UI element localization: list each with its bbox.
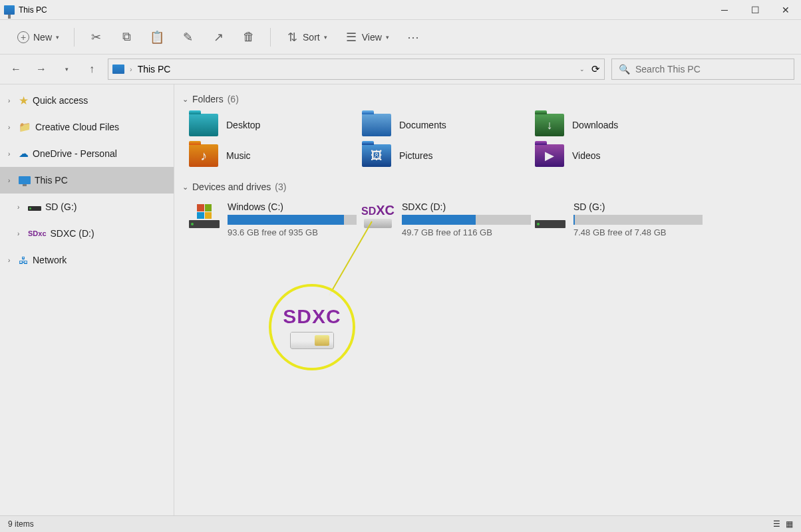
group-title: Folders — [192, 94, 224, 104]
folder-icon: 📁 — [19, 121, 31, 133]
cloud-icon: ☁ — [19, 148, 29, 160]
sort-button[interactable]: ⇅ Sort ▾ — [279, 27, 334, 48]
folder-pictures[interactable]: 🖼 Pictures — [358, 142, 531, 170]
sdxc-icon: SDxc — [28, 229, 47, 237]
chevron-down-icon[interactable]: ⌄ — [579, 66, 585, 72]
sidebar-item-sd-g[interactable]: › SD (G:) — [0, 194, 174, 220]
hdd-drive-icon — [535, 201, 565, 228]
new-button[interactable]: + New ▾ — [11, 27, 66, 47]
chevron-down-icon: ▾ — [56, 34, 59, 41]
search-input[interactable] — [635, 64, 787, 74]
scissors-icon: ✂ — [89, 31, 102, 44]
refresh-button[interactable]: ⟳ — [591, 63, 600, 75]
sort-label: Sort — [303, 32, 320, 43]
navigation-tree: › ★ Quick access › 📁 Creative Cloud File… — [0, 84, 174, 515]
sidebar-item-sdxc-d[interactable]: › SDxc SDXC (D:) — [0, 220, 174, 247]
folder-documents[interactable]: Documents — [358, 111, 531, 139]
toolbar: + New ▾ ✂ ⧉ 📋 ✎ ↗ 🗑 ⇅ Sort ▾ ☰ View ▾ ⋯ — [0, 20, 801, 55]
view-icon: ☰ — [345, 31, 358, 44]
sidebar-item-label: OneDrive - Personal — [33, 148, 117, 159]
chevron-right-icon[interactable]: › — [8, 124, 15, 131]
sidebar-item-onedrive[interactable]: › ☁ OneDrive - Personal — [0, 140, 174, 167]
chevron-down-icon: ▾ — [65, 66, 69, 72]
paste-button[interactable]: 📋 — [144, 27, 170, 48]
sidebar-item-network[interactable]: › 🖧 Network — [0, 247, 174, 273]
drive-name: SD (G:) — [573, 201, 703, 212]
card-reader-icon — [290, 332, 334, 349]
chevron-down-icon: ▾ — [386, 34, 389, 41]
music-folder-icon: ♪ — [189, 144, 218, 167]
search-box[interactable]: 🔍 — [611, 59, 794, 80]
delete-button[interactable]: 🗑 — [236, 27, 262, 48]
monitor-icon — [19, 176, 31, 184]
share-button[interactable]: ↗ — [205, 27, 232, 48]
folder-label: Videos — [572, 150, 601, 161]
folder-downloads[interactable]: ↓ Downloads — [531, 111, 704, 139]
chevron-right-icon[interactable]: › — [17, 203, 24, 211]
sidebar-item-creative-cloud[interactable]: › 📁 Creative Cloud Files — [0, 114, 174, 140]
chevron-right-icon[interactable]: › — [8, 177, 15, 184]
drive-windows-c[interactable]: Windows (C:) 93.6 GB free of 935 GB — [185, 199, 358, 240]
sidebar-item-label: This PC — [35, 175, 68, 186]
status-bar: 9 items ☰ ▦ — [0, 515, 801, 532]
copy-button[interactable]: ⧉ — [113, 27, 140, 48]
content-pane: ⌄ Folders (6) Desktop Documents ↓ Downlo… — [174, 84, 801, 515]
sidebar-item-this-pc[interactable]: › This PC — [0, 167, 174, 194]
group-count: (6) — [228, 94, 239, 104]
view-button[interactable]: ☰ View ▾ — [338, 27, 396, 48]
folders-grid: Desktop Documents ↓ Downloads ♪ Music 🖼 … — [185, 111, 794, 170]
minimize-button[interactable]: ─ — [709, 0, 740, 20]
sidebar-item-quick-access[interactable]: › ★ Quick access — [0, 87, 174, 114]
close-button[interactable]: ✕ — [770, 0, 801, 20]
chevron-right-icon[interactable]: › — [8, 257, 15, 264]
sidebar-item-label: SDXC (D:) — [51, 228, 94, 239]
maximize-button[interactable]: ☐ — [740, 0, 770, 20]
rename-icon: ✎ — [181, 31, 194, 44]
address-bar[interactable]: › This PC ⌄ ⟳ — [108, 59, 605, 80]
chevron-right-icon[interactable]: › — [8, 150, 15, 158]
sdxc-drive-icon: SDXC — [362, 201, 394, 228]
up-button[interactable]: ↑ — [82, 60, 101, 78]
drive-name: SDXC (D:) — [402, 201, 531, 212]
windows-drive-icon — [189, 201, 220, 228]
this-pc-icon — [4, 5, 15, 15]
sidebar-item-label: SD (G:) — [45, 201, 77, 212]
star-icon: ★ — [19, 94, 29, 108]
group-header-drives[interactable]: ⌄ Devices and drives (3) — [181, 179, 794, 199]
capacity-bar — [228, 215, 357, 225]
chevron-right-icon[interactable]: › — [17, 230, 24, 237]
breadcrumb-separator-icon: › — [130, 65, 132, 73]
this-pc-icon — [112, 65, 124, 74]
search-icon: 🔍 — [619, 64, 630, 74]
status-items-count: 9 items — [8, 519, 34, 529]
forward-button[interactable]: → — [32, 60, 51, 78]
details-view-button[interactable]: ☰ — [773, 519, 780, 529]
rename-button[interactable]: ✎ — [174, 27, 201, 48]
capacity-bar — [402, 215, 531, 225]
group-title: Devices and drives — [192, 182, 271, 192]
chevron-down-icon[interactable]: ⌄ — [182, 183, 188, 192]
window-title: This PC — [19, 5, 47, 15]
recent-locations-button[interactable]: ▾ — [57, 60, 76, 78]
folder-music[interactable]: ♪ Music — [185, 142, 358, 170]
network-icon: 🖧 — [19, 255, 29, 266]
share-icon: ↗ — [212, 31, 225, 44]
more-icon: ⋯ — [406, 31, 420, 44]
chevron-right-icon[interactable]: › — [8, 97, 15, 104]
folder-videos[interactable]: ▶ Videos — [531, 142, 704, 170]
folder-desktop[interactable]: Desktop — [185, 111, 358, 139]
more-button[interactable]: ⋯ — [400, 27, 426, 48]
drive-sdxc-d[interactable]: SDXC SDXC (D:) 49.7 GB free of 116 GB — [358, 199, 531, 240]
tiles-view-button[interactable]: ▦ — [786, 519, 793, 529]
group-header-folders[interactable]: ⌄ Folders (6) — [181, 91, 794, 111]
breadcrumb[interactable]: This PC — [138, 64, 171, 74]
chevron-down-icon[interactable]: ⌄ — [182, 95, 188, 104]
drive-icon — [28, 206, 41, 211]
cut-button[interactable]: ✂ — [82, 27, 109, 48]
drive-sd-g[interactable]: SD (G:) 7.48 GB free of 7.48 GB — [531, 199, 704, 240]
back-button[interactable]: ← — [7, 60, 25, 78]
clipboard-icon: 📋 — [150, 31, 164, 44]
copy-icon: ⧉ — [120, 31, 133, 44]
desktop-folder-icon — [189, 114, 218, 136]
folder-label: Documents — [399, 120, 446, 130]
